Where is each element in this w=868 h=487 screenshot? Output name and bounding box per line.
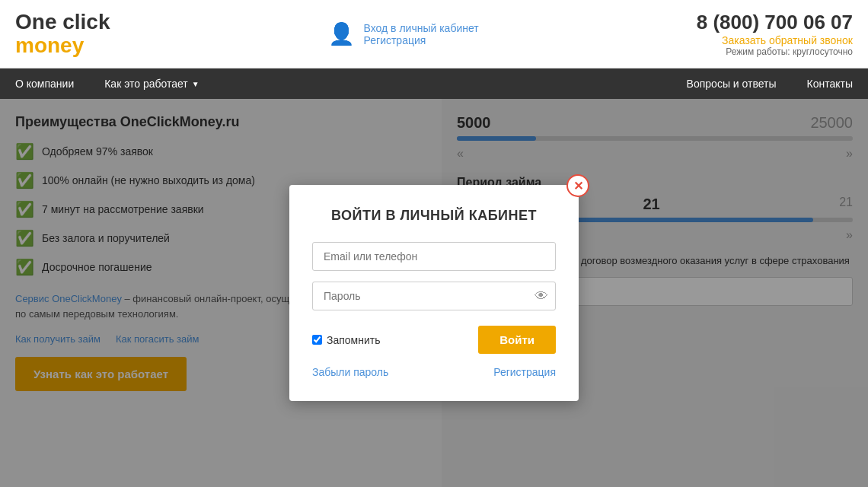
- nav-item-contacts[interactable]: Контакты: [792, 68, 868, 99]
- work-hours: Режим работы: круглосуточно: [697, 46, 853, 57]
- logo-line2: money: [15, 34, 110, 58]
- remember-label[interactable]: Запомнить: [312, 334, 381, 346]
- email-field[interactable]: [312, 242, 556, 271]
- header-user-section: 👤 Вход в личный кабинет Регистрация: [328, 21, 479, 46]
- nav-label-about: О компании: [15, 78, 74, 90]
- navbar: О компании Как это работает ▼ Вопросы и …: [0, 68, 868, 99]
- forgot-password-link[interactable]: Забыли пароль: [312, 366, 388, 378]
- password-field[interactable]: [312, 282, 556, 310]
- nav-label-contacts: Контакты: [807, 78, 853, 90]
- header-contact: 8 (800) 700 06 07 Заказать обратный звон…: [697, 11, 853, 57]
- register-link[interactable]: Регистрация: [364, 34, 479, 46]
- login-link[interactable]: Вход в личный кабинет: [364, 22, 479, 34]
- modal-overlay: ✕ ВОЙТИ В ЛИЧНЫЙ КАБИНЕТ 👁 Запомнить Вой…: [0, 99, 868, 487]
- modal-title: ВОЙТИ В ЛИЧНЫЙ КАБИНЕТ: [312, 208, 556, 224]
- phone-number: 8 (800) 700 06 07: [697, 11, 853, 34]
- modal-close-button[interactable]: ✕: [566, 174, 589, 197]
- callback-link[interactable]: Заказать обратный звонок: [697, 34, 853, 46]
- remember-checkbox[interactable]: [312, 335, 322, 345]
- header-auth-links: Вход в личный кабинет Регистрация: [364, 22, 479, 46]
- remember-text: Запомнить: [327, 334, 381, 346]
- logo-line1: One click: [15, 11, 110, 34]
- nav-item-about[interactable]: О компании: [0, 68, 89, 99]
- user-icon: 👤: [328, 21, 355, 46]
- modal-register-link[interactable]: Регистрация: [493, 366, 556, 378]
- password-row: 👁: [312, 282, 556, 310]
- header: One click money 👤 Вход в личный кабинет …: [0, 0, 868, 68]
- chevron-down-icon: ▼: [192, 80, 199, 88]
- nav-label-how: Как это работает: [104, 78, 188, 90]
- nav-item-faq[interactable]: Вопросы и ответы: [672, 68, 792, 99]
- logo: One click money: [15, 11, 110, 58]
- modal-actions: Запомнить Войти: [312, 326, 556, 354]
- main-content: Преимущества OneClickMoney.ru ✅ Одобряем…: [0, 99, 868, 487]
- nav-label-faq: Вопросы и ответы: [687, 78, 777, 90]
- modal-links: Забыли пароль Регистрация: [312, 366, 556, 378]
- login-modal: ✕ ВОЙТИ В ЛИЧНЫЙ КАБИНЕТ 👁 Запомнить Вой…: [289, 185, 579, 401]
- eye-icon[interactable]: 👁: [535, 288, 548, 304]
- nav-item-how[interactable]: Как это работает ▼: [89, 68, 214, 99]
- login-button[interactable]: Войти: [478, 326, 556, 354]
